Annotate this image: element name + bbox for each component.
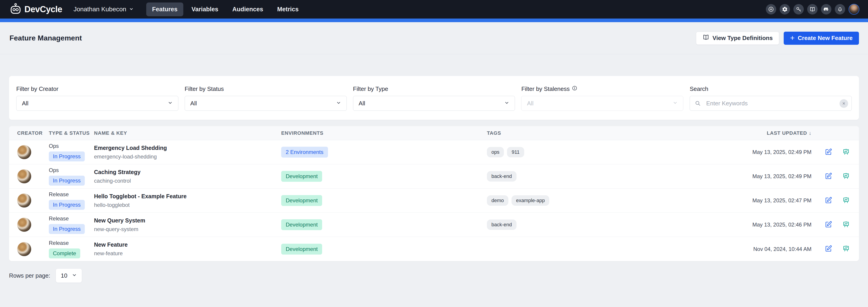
view-type-definitions-button[interactable]: View Type Definitions (696, 32, 779, 45)
tab-audiences[interactable]: Audiences (226, 2, 269, 16)
table-row[interactable]: Release In Progress Hello Togglebot - Ex… (9, 188, 859, 213)
status-badge: In Progress (49, 151, 85, 161)
feature-name: Caching Strategy (94, 169, 141, 176)
type-status-cell: Release In Progress (49, 215, 94, 234)
feature-metrics-button[interactable] (842, 245, 850, 253)
filter-type-label: Filter by Type (353, 86, 515, 92)
row-actions (825, 221, 850, 229)
tab-variables[interactable]: Variables (186, 2, 224, 16)
documentation-button[interactable] (807, 4, 817, 14)
tab-features[interactable]: Features (146, 2, 184, 16)
status-badge: In Progress (49, 176, 85, 186)
tags-cell: ops 911 (487, 147, 753, 157)
filter-creator-select[interactable]: All (16, 96, 178, 111)
project-selector[interactable]: Jonathan Kubecon (73, 6, 133, 13)
filter-status-group: Filter by Status All (185, 86, 347, 111)
environments-badge: Development (281, 219, 322, 230)
feature-type: Release (49, 215, 69, 222)
features-table: CREATOR TYPE & STATUS NAME & KEY ENVIRON… (9, 126, 859, 261)
feature-type: Ops (49, 143, 59, 149)
discord-button[interactable] (821, 4, 831, 14)
page-title: Feature Management (9, 34, 82, 42)
topbar-actions (766, 4, 860, 15)
settings-button[interactable] (780, 4, 790, 14)
row-actions (825, 148, 850, 156)
status-badge: In Progress (49, 224, 85, 234)
table-row[interactable]: Ops In Progress Caching Strategy caching… (9, 164, 859, 188)
info-icon[interactable] (572, 86, 577, 92)
chevron-down-icon (168, 100, 173, 107)
name-key-cell: New Query System new-query-system (94, 217, 281, 233)
loading-progress-bar (0, 19, 868, 22)
row-actions (825, 196, 850, 205)
edit-feature-button[interactable] (825, 148, 832, 156)
create-new-feature-button[interactable]: + Create New Feature (784, 32, 859, 45)
metrics-board-icon (842, 148, 850, 156)
environments-badge: Development (281, 171, 322, 182)
environments-cell: Development (281, 244, 487, 254)
tag: 911 (507, 147, 524, 157)
name-key-cell: Emergency Load Shedding emergency-load-s… (94, 145, 281, 160)
name-key-cell: New Feature new-feature (94, 241, 281, 256)
filter-creator-group: Filter by Creator All (16, 86, 178, 111)
edit-feature-button[interactable] (825, 196, 832, 205)
filter-staleness-select[interactable]: All (521, 96, 683, 111)
column-header-environments: ENVIRONMENTS (281, 130, 487, 136)
filter-creator-label: Filter by Creator (16, 86, 178, 92)
notifications-button[interactable] (835, 4, 845, 14)
feature-metrics-button[interactable] (842, 221, 850, 229)
creator-cell (17, 145, 49, 159)
add-button[interactable] (766, 4, 776, 14)
creator-avatar (17, 169, 31, 183)
column-header-tags: TAGS (487, 130, 753, 136)
column-header-name-key: NAME & KEY (94, 130, 281, 136)
edit-feature-button[interactable] (825, 172, 832, 181)
environments-badge: Development (281, 195, 322, 206)
feature-metrics-button[interactable] (842, 196, 850, 205)
feature-type: Release (49, 191, 69, 197)
rows-per-page-select[interactable]: 10 (56, 268, 82, 283)
search-group: Search × (690, 86, 852, 111)
status-badge: In Progress (49, 200, 85, 210)
devcycle-logo[interactable]: DevCycle (9, 3, 62, 16)
creator-avatar (17, 193, 31, 208)
search-input[interactable] (690, 96, 852, 111)
tab-metrics[interactable]: Metrics (271, 2, 305, 16)
creator-cell (17, 169, 49, 183)
creator-cell (17, 218, 49, 232)
row-actions (825, 172, 850, 181)
feature-name: New Feature (94, 241, 128, 248)
edit-feature-button[interactable] (825, 245, 832, 253)
user-avatar[interactable] (848, 4, 860, 15)
row-actions (825, 245, 850, 253)
column-header-last-updated[interactable]: LAST UPDATED ↓ (767, 130, 811, 136)
rows-per-page-value: 10 (61, 272, 67, 279)
type-status-cell: Ops In Progress (49, 167, 94, 186)
feature-metrics-button[interactable] (842, 148, 850, 156)
last-updated: May 13, 2025, 02:46 PM (752, 221, 812, 228)
gear-icon (782, 6, 788, 12)
table-row[interactable]: Ops In Progress Emergency Load Shedding … (9, 140, 859, 164)
edit-feature-button[interactable] (825, 221, 832, 229)
last-updated: May 13, 2025, 02:49 PM (752, 173, 812, 180)
rows-per-page-label: Rows per page: (9, 272, 50, 279)
table-row[interactable]: Release In Progress New Query System new… (9, 213, 859, 237)
filter-status-select[interactable]: All (185, 96, 347, 111)
book-icon (809, 6, 815, 12)
filter-status-value: All (190, 100, 197, 107)
table-row[interactable]: Release Complete New Feature new-feature… (9, 237, 859, 261)
filter-type-select[interactable]: All (353, 96, 515, 111)
feature-type: Release (49, 240, 69, 246)
feature-key: caching-control (94, 178, 131, 184)
metrics-board-icon (842, 245, 850, 253)
clear-search-button[interactable]: × (839, 99, 848, 108)
edit-pencil-icon (825, 148, 832, 156)
search-label: Search (690, 86, 852, 92)
api-keys-button[interactable] (794, 4, 804, 14)
top-navigation-bar: DevCycle Jonathan Kubecon Features Varia… (0, 0, 868, 19)
name-key-cell: Caching Strategy caching-control (94, 169, 281, 184)
create-new-feature-label: Create New Feature (798, 35, 852, 41)
edit-pencil-icon (825, 172, 832, 181)
feature-metrics-button[interactable] (842, 172, 850, 181)
tags-cell: demo example-app (487, 195, 753, 206)
